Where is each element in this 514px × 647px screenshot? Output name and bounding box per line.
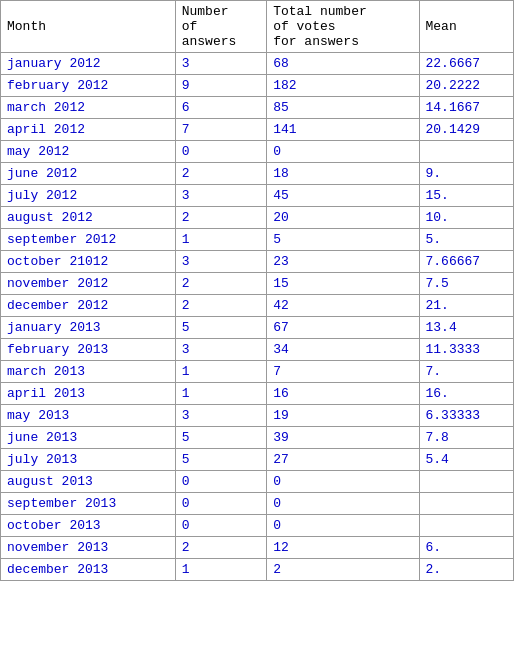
cell-mean: 6. xyxy=(419,537,513,559)
cell-month: november 2012 xyxy=(1,273,176,295)
cell-answers: 2 xyxy=(175,537,266,559)
cell-votes: 12 xyxy=(267,537,419,559)
table-row: august 201300 xyxy=(1,471,514,493)
cell-answers: 0 xyxy=(175,141,266,163)
cell-mean: 21. xyxy=(419,295,513,317)
table-row: january 201236822.6667 xyxy=(1,53,514,75)
table-row: december 201224221. xyxy=(1,295,514,317)
header-month: Month xyxy=(1,1,176,53)
cell-answers: 3 xyxy=(175,405,266,427)
table-row: august 201222010. xyxy=(1,207,514,229)
table-row: october 201300 xyxy=(1,515,514,537)
cell-answers: 1 xyxy=(175,229,266,251)
cell-mean: 7.66667 xyxy=(419,251,513,273)
cell-mean: 2. xyxy=(419,559,513,581)
cell-answers: 5 xyxy=(175,449,266,471)
cell-votes: 27 xyxy=(267,449,419,471)
cell-answers: 3 xyxy=(175,251,266,273)
cell-votes: 68 xyxy=(267,53,419,75)
cell-votes: 45 xyxy=(267,185,419,207)
cell-mean: 15. xyxy=(419,185,513,207)
cell-mean: 22.6667 xyxy=(419,53,513,75)
cell-answers: 3 xyxy=(175,339,266,361)
cell-month: october 2013 xyxy=(1,515,176,537)
cell-answers: 1 xyxy=(175,361,266,383)
table-row: september 201300 xyxy=(1,493,514,515)
cell-mean: 20.2222 xyxy=(419,75,513,97)
cell-mean: 13.4 xyxy=(419,317,513,339)
table-row: may 201200 xyxy=(1,141,514,163)
cell-month: december 2013 xyxy=(1,559,176,581)
cell-votes: 39 xyxy=(267,427,419,449)
cell-answers: 5 xyxy=(175,427,266,449)
table-row: march 201268514.1667 xyxy=(1,97,514,119)
cell-answers: 0 xyxy=(175,515,266,537)
header-mean: Mean xyxy=(419,1,513,53)
table-row: april 2012714120.1429 xyxy=(1,119,514,141)
cell-answers: 9 xyxy=(175,75,266,97)
cell-votes: 15 xyxy=(267,273,419,295)
cell-votes: 7 xyxy=(267,361,419,383)
cell-month: december 2012 xyxy=(1,295,176,317)
cell-mean: 11.3333 xyxy=(419,339,513,361)
cell-month: january 2013 xyxy=(1,317,176,339)
cell-votes: 0 xyxy=(267,493,419,515)
cell-mean: 9. xyxy=(419,163,513,185)
cell-votes: 182 xyxy=(267,75,419,97)
cell-month: february 2013 xyxy=(1,339,176,361)
cell-mean: 16. xyxy=(419,383,513,405)
cell-month: june 2013 xyxy=(1,427,176,449)
table-row: november 20132126. xyxy=(1,537,514,559)
table-row: february 2012918220.2222 xyxy=(1,75,514,97)
cell-mean: 5.4 xyxy=(419,449,513,471)
table-row: may 20133196.33333 xyxy=(1,405,514,427)
table-row: july 201234515. xyxy=(1,185,514,207)
table-row: september 2012155. xyxy=(1,229,514,251)
cell-votes: 34 xyxy=(267,339,419,361)
cell-month: july 2013 xyxy=(1,449,176,471)
table-row: april 201311616. xyxy=(1,383,514,405)
table-row: june 20122189. xyxy=(1,163,514,185)
cell-mean: 6.33333 xyxy=(419,405,513,427)
cell-answers: 1 xyxy=(175,383,266,405)
cell-votes: 85 xyxy=(267,97,419,119)
cell-mean: 7. xyxy=(419,361,513,383)
cell-mean xyxy=(419,515,513,537)
cell-month: june 2012 xyxy=(1,163,176,185)
cell-votes: 0 xyxy=(267,141,419,163)
cell-mean xyxy=(419,493,513,515)
cell-answers: 0 xyxy=(175,471,266,493)
cell-month: september 2013 xyxy=(1,493,176,515)
cell-month: march 2013 xyxy=(1,361,176,383)
header-votes: Total numberof votesfor answers xyxy=(267,1,419,53)
cell-votes: 42 xyxy=(267,295,419,317)
cell-mean: 5. xyxy=(419,229,513,251)
cell-answers: 3 xyxy=(175,185,266,207)
cell-votes: 141 xyxy=(267,119,419,141)
header-answers: Numberofanswers xyxy=(175,1,266,53)
cell-month: january 2012 xyxy=(1,53,176,75)
data-table: Month Numberofanswers Total numberof vot… xyxy=(0,0,514,581)
cell-month: march 2012 xyxy=(1,97,176,119)
cell-answers: 0 xyxy=(175,493,266,515)
table-row: january 201356713.4 xyxy=(1,317,514,339)
cell-answers: 2 xyxy=(175,295,266,317)
cell-month: september 2012 xyxy=(1,229,176,251)
cell-month: february 2012 xyxy=(1,75,176,97)
cell-mean: 20.1429 xyxy=(419,119,513,141)
table-row: february 201333411.3333 xyxy=(1,339,514,361)
cell-month: august 2012 xyxy=(1,207,176,229)
cell-answers: 2 xyxy=(175,163,266,185)
cell-month: may 2012 xyxy=(1,141,176,163)
cell-answers: 6 xyxy=(175,97,266,119)
cell-votes: 16 xyxy=(267,383,419,405)
cell-month: august 2013 xyxy=(1,471,176,493)
cell-votes: 2 xyxy=(267,559,419,581)
cell-votes: 19 xyxy=(267,405,419,427)
cell-month: november 2013 xyxy=(1,537,176,559)
table-row: march 2013177. xyxy=(1,361,514,383)
table-row: july 20135275.4 xyxy=(1,449,514,471)
cell-answers: 7 xyxy=(175,119,266,141)
cell-month: july 2012 xyxy=(1,185,176,207)
cell-month: may 2013 xyxy=(1,405,176,427)
